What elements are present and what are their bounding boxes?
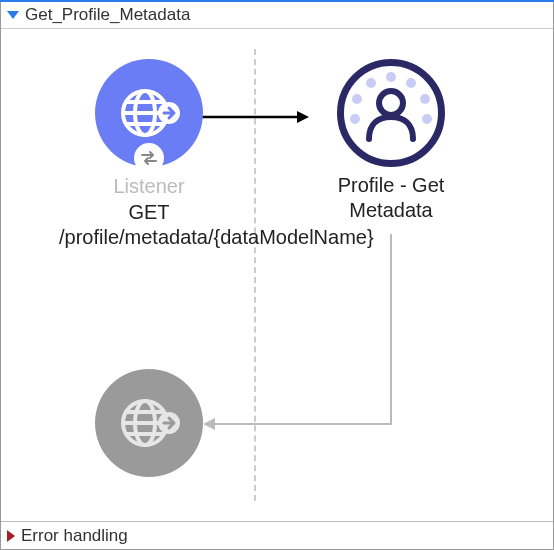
- disclosure-triangle-icon[interactable]: [7, 530, 15, 542]
- response-node[interactable]: [59, 369, 239, 477]
- svg-point-10: [406, 78, 416, 88]
- exchange-badge-icon: [134, 143, 164, 173]
- error-handling-label: Error handling: [21, 526, 128, 546]
- profile-node-label: Profile - Get Metadata: [301, 173, 481, 223]
- profile-icon: [337, 59, 445, 167]
- response-icon: [95, 369, 203, 477]
- globe-arrow-grey-icon: [117, 391, 181, 455]
- profile-dots-icon: [344, 66, 438, 160]
- svg-point-14: [352, 94, 362, 104]
- flow-header[interactable]: Get_Profile_Metadata: [1, 1, 553, 29]
- flow-canvas[interactable]: Listener GET /profile/metadata/{dataMode…: [1, 29, 553, 521]
- listener-icon: [95, 59, 203, 167]
- svg-point-9: [386, 72, 396, 82]
- globe-arrow-icon: [117, 81, 181, 145]
- flow-title: Get_Profile_Metadata: [25, 5, 190, 25]
- svg-point-11: [420, 94, 430, 104]
- listener-path-label: GET /profile/metadata/{dataModelName}: [59, 200, 239, 250]
- error-handling-header[interactable]: Error handling: [1, 521, 553, 549]
- disclosure-triangle-icon[interactable]: [7, 11, 19, 19]
- profile-get-metadata-node[interactable]: Profile - Get Metadata: [301, 59, 481, 223]
- listener-node[interactable]: Listener GET /profile/metadata/{dataMode…: [59, 59, 239, 250]
- svg-point-12: [422, 114, 432, 124]
- flow-panel: Get_Profile_Metadata: [0, 0, 554, 550]
- listener-type-label: Listener: [59, 175, 239, 198]
- svg-point-15: [350, 114, 360, 124]
- svg-point-13: [366, 78, 376, 88]
